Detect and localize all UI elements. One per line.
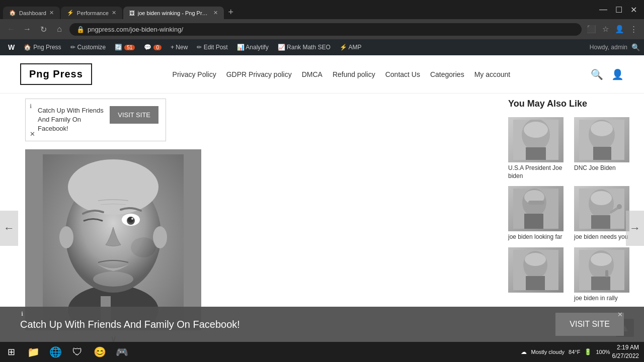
extensions-icon[interactable]: ⬛ — [586, 25, 597, 34]
wp-customize-item[interactable]: ✏ Customize — [66, 39, 110, 55]
main-image — [25, 149, 201, 330]
wp-site-name-label: 🏠 — [24, 44, 31, 51]
browser-top: 🏠 Dashboard ✕ ⚡ Performance ✕ 🖼 joe bide… — [0, 0, 644, 19]
wp-rank-math-item[interactable]: 📈 Rank Math SEO — [274, 39, 335, 55]
taskbar-file-icon[interactable]: 📁 — [22, 342, 44, 362]
taskbar-game-icon[interactable]: 🎮 — [111, 342, 133, 362]
address-bar[interactable]: 🔒 pngpress.com/joe-biden-winking/ — [69, 23, 582, 36]
next-image-button[interactable]: → — [626, 211, 644, 246]
related-item-3[interactable]: joe biden looking far — [508, 186, 568, 241]
related-item-1[interactable]: U.S.A President Joe biden — [508, 117, 568, 180]
taskbar-face-icon[interactable]: 😊 — [89, 342, 111, 362]
bookmark-icon[interactable]: ☆ — [600, 25, 611, 34]
new-tab-button[interactable]: + — [224, 5, 238, 19]
nav-gdpr[interactable]: GDPR Privacy policy — [226, 70, 292, 78]
related-thumb-3 — [508, 186, 564, 231]
taskbar-browser-icon[interactable]: 🌐 — [44, 342, 66, 362]
tab-dashboard-close[interactable]: ✕ — [49, 10, 54, 16]
taskbar-shield-icon[interactable]: 🛡 — [66, 342, 89, 362]
admin-search-icon[interactable]: 🔍 — [631, 43, 640, 51]
reload-button[interactable]: ↻ — [37, 25, 49, 34]
related-item-4[interactable]: joe biden needs you — [574, 186, 634, 241]
nav-dmca[interactable]: DMCA — [302, 70, 323, 78]
back-button[interactable]: ← — [5, 25, 17, 34]
ad-visit-site-button[interactable]: VISIT SITE — [110, 106, 158, 124]
nav-refund[interactable]: Refund policy — [333, 70, 375, 78]
svg-point-9 — [131, 218, 133, 220]
taskbar-pinned-icons: 📁 🌐 🛡 😊 🎮 — [22, 342, 133, 362]
site-header: Png Press Privacy Policy GDPR Privacy po… — [0, 55, 644, 94]
related-thumb-5 — [508, 247, 564, 293]
wp-admin-bar: W 🏠 Png Press ✏ Customize 🔄 51 💬 0 + New… — [0, 39, 644, 55]
svg-rect-40 — [591, 277, 610, 290]
wp-updates-icon: 🔄 — [115, 44, 122, 51]
lock-icon: 🔒 — [76, 26, 85, 33]
header-icons: 🔍 👤 — [591, 68, 624, 80]
home-button[interactable]: ⌂ — [53, 25, 65, 34]
sys-tray: ☁ Mostly cloudy 84°F 🔋 100% — [521, 348, 610, 355]
wp-customize-icon: ✏ — [70, 44, 75, 51]
address-bar-row: ← → ↻ ⌂ 🔒 pngpress.com/joe-biden-winking… — [0, 19, 644, 39]
bottom-ad-text: Catch Up With Friends And Family On Face… — [20, 318, 545, 331]
wp-new-item[interactable]: + New — [167, 39, 192, 55]
related-label-4: joe biden needs you — [574, 233, 634, 241]
ad-box-close-icon[interactable]: ✕ — [30, 130, 35, 138]
wp-comments-badge: 0 — [153, 45, 162, 50]
bottom-visit-site-button[interactable]: VISIT SITE — [555, 313, 624, 336]
svg-point-39 — [591, 253, 612, 266]
svg-point-13 — [93, 272, 133, 287]
related-label-2: DNC Joe Biden — [574, 164, 634, 172]
maximize-button[interactable]: ☐ — [611, 5, 626, 15]
related-thumb-1 — [508, 117, 564, 162]
related-item-5[interactable] — [508, 247, 568, 303]
start-button[interactable]: ⊞ — [0, 342, 22, 362]
site-logo[interactable]: Png Press — [20, 63, 92, 85]
taskbar-clock[interactable]: 2:19 AM 6/27/2022 — [612, 343, 639, 360]
tab-dashboard[interactable]: 🏠 Dashboard ✕ — [3, 7, 60, 19]
svg-point-10 — [59, 226, 73, 248]
wp-analytify-item[interactable]: 📊 Analytify — [233, 39, 273, 55]
prev-image-button[interactable]: ← — [0, 211, 18, 246]
taskbar-right: ☁ Mostly cloudy 84°F 🔋 100% 2:19 AM 6/27… — [516, 343, 644, 360]
related-item-2[interactable]: DNC Joe Biden — [574, 117, 634, 180]
taskbar: ⊞ 📁 🌐 🛡 😊 🎮 ☁ Mostly cloudy 84°F 🔋 100% … — [0, 342, 644, 362]
svg-rect-25 — [524, 214, 543, 229]
svg-point-20 — [591, 121, 613, 136]
wp-site-name-item[interactable]: 🏠 Png Press — [20, 39, 65, 55]
related-item-6[interactable]: joe biden in rally — [574, 247, 634, 303]
taskbar-time: 2:19 AM — [612, 343, 639, 352]
wp-updates-badge: 51 — [124, 45, 135, 50]
forward-button[interactable]: → — [21, 25, 33, 34]
related-thumb-4 — [574, 186, 629, 231]
taskbar-weather-icon: ☁ — [521, 348, 527, 355]
wp-updates-item[interactable]: 🔄 51 — [111, 39, 139, 55]
nav-privacy-policy[interactable]: Privacy Policy — [173, 70, 216, 78]
tab-pngpress-title: joe biden winking - Png Press pr... — [138, 10, 210, 16]
tab-performance[interactable]: ⚡ Performance ✕ — [61, 7, 122, 19]
wp-amp-item[interactable]: ⚡ AMP — [336, 39, 366, 55]
related-label-6: joe biden in rally — [574, 295, 634, 303]
account-icon[interactable]: 👤 — [611, 68, 624, 80]
related-label-1: U.S.A President Joe biden — [508, 164, 568, 180]
profile-icon[interactable]: 👤 — [614, 25, 625, 34]
nav-contact[interactable]: Contact Us — [385, 70, 420, 78]
search-icon[interactable]: 🔍 — [591, 68, 603, 80]
tab-performance-close[interactable]: ✕ — [112, 10, 116, 16]
svg-point-29 — [591, 191, 612, 205]
related-label-3: joe biden looking far — [508, 233, 568, 241]
settings-icon[interactable]: ⋮ — [628, 25, 639, 34]
bottom-ad-close-icon[interactable]: ✕ — [617, 311, 623, 318]
svg-point-35 — [525, 253, 546, 266]
nav-categories[interactable]: Categories — [430, 70, 464, 78]
tab-pngpress[interactable]: 🖼 joe biden winking - Png Press pr... ✕ — [123, 7, 224, 19]
close-window-button[interactable]: ✕ — [626, 5, 641, 15]
minimize-button[interactable]: — — [595, 5, 611, 14]
svg-rect-26 — [528, 201, 544, 205]
wp-edit-post-item[interactable]: ✏ Edit Post — [193, 39, 231, 55]
tab-pngpress-close[interactable]: ✕ — [213, 10, 218, 16]
wp-comments-item[interactable]: 💬 0 — [140, 39, 166, 55]
nav-myaccount[interactable]: My account — [474, 70, 511, 78]
wp-logo-item[interactable]: W — [4, 39, 19, 55]
svg-point-32 — [617, 204, 622, 209]
ad-box: ℹ Catch Up With Friends And Family On Fa… — [25, 99, 166, 141]
